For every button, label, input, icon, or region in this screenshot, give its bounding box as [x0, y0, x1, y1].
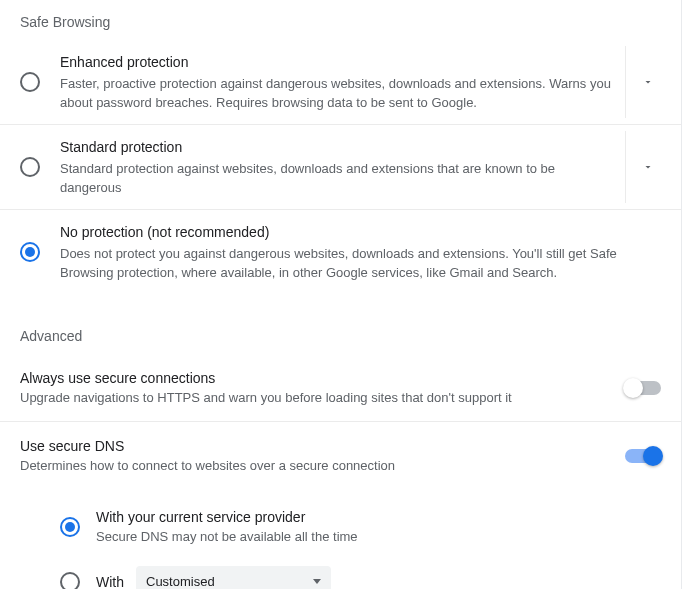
advanced-header: Advanced — [0, 322, 681, 354]
dns-option-current-provider[interactable]: With your current service provider Secur… — [60, 497, 661, 556]
row-text: Always use secure connections Upgrade na… — [20, 368, 609, 407]
option-title: Enhanced protection — [60, 52, 617, 72]
expand-enhanced[interactable] — [625, 46, 669, 118]
row-secure-connections: Always use secure connections Upgrade na… — [0, 354, 681, 422]
option-desc: Does not protect you against dangerous w… — [60, 244, 661, 282]
dns-text: With your current service provider Secur… — [96, 507, 661, 546]
dns-with-row: With Customised — [96, 566, 331, 589]
option-desc: Standard protection against websites, do… — [60, 159, 617, 197]
section-spacer — [0, 294, 681, 322]
dns-desc: Secure DNS may not be available all the … — [96, 527, 661, 546]
row-text: Use secure DNS Determines how to connect… — [20, 436, 609, 475]
settings-panel: Safe Browsing Enhanced protection Faster… — [0, 0, 681, 589]
radio-standard[interactable] — [20, 157, 40, 177]
secure-dns-options: With your current service provider Secur… — [0, 489, 681, 589]
radio-no-protection[interactable] — [20, 242, 40, 262]
row-secure-dns: Use secure DNS Determines how to connect… — [0, 422, 681, 489]
option-enhanced-protection[interactable]: Enhanced protection Faster, proactive pr… — [0, 40, 681, 125]
row-desc: Upgrade navigations to HTTPS and warn yo… — [20, 388, 609, 407]
dns-provider-select[interactable]: Customised — [136, 566, 331, 589]
dns-title: With your current service provider — [96, 507, 661, 527]
option-title: No protection (not recommended) — [60, 222, 661, 242]
select-value: Customised — [146, 574, 215, 589]
option-no-protection[interactable]: No protection (not recommended) Does not… — [0, 210, 681, 294]
expand-standard[interactable] — [625, 131, 669, 203]
option-text: Enhanced protection Faster, proactive pr… — [60, 52, 625, 112]
dropdown-arrow-icon — [313, 579, 321, 584]
safe-browsing-header: Safe Browsing — [0, 8, 681, 40]
radio-custom[interactable] — [60, 572, 80, 590]
row-title: Use secure DNS — [20, 436, 609, 456]
dns-option-custom[interactable]: With Customised — [60, 556, 661, 589]
option-standard-protection[interactable]: Standard protection Standard protection … — [0, 125, 681, 210]
toggle-secure-dns[interactable] — [625, 449, 661, 463]
chevron-down-icon — [639, 158, 657, 176]
chevron-down-icon — [639, 73, 657, 91]
dns-with-label: With — [96, 572, 124, 590]
toggle-secure-connections[interactable] — [625, 381, 661, 395]
row-title: Always use secure connections — [20, 368, 609, 388]
radio-current-provider[interactable] — [60, 517, 80, 537]
row-desc: Determines how to connect to websites ov… — [20, 456, 609, 475]
option-text: Standard protection Standard protection … — [60, 137, 625, 197]
option-text: No protection (not recommended) Does not… — [60, 222, 669, 282]
radio-enhanced[interactable] — [20, 72, 40, 92]
option-desc: Faster, proactive protection against dan… — [60, 74, 617, 112]
option-title: Standard protection — [60, 137, 617, 157]
